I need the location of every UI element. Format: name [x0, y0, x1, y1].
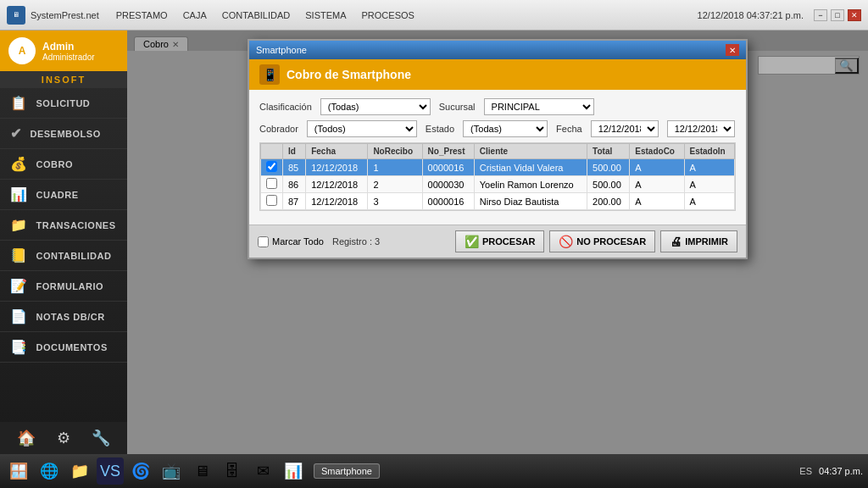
taskbar-active-item[interactable]: Smartphone — [314, 463, 380, 479]
menu-prestamo[interactable]: PRESTAMO — [116, 10, 168, 20]
bottom-taskbar: 🪟 🌐 📁 VS 🌀 📺 🖥 🗄 ✉ 📊 Smartphone ES 04:37… — [0, 454, 868, 488]
table-row[interactable]: 87 12/12/2018 3 0000016 Nirso Diaz Bauti… — [261, 193, 735, 210]
app-icon: 🖥 — [7, 6, 25, 25]
estado-select[interactable]: (Todas) — [463, 120, 548, 137]
minimize-button[interactable]: − — [814, 9, 827, 21]
sidebar-item-formulario[interactable]: 📝 FORMULARIO — [0, 271, 127, 302]
menu-caja[interactable]: CAJA — [183, 10, 207, 20]
sidebar-label-cuadre: CUADRE — [36, 190, 79, 200]
cobrador-select[interactable]: (Todos) — [307, 120, 417, 137]
sidebar-footer: 🏠 ⚙ 🔧 — [0, 422, 127, 454]
dialog-titlebar: Smartphone ✕ — [249, 41, 746, 59]
sidebar-label-transaciones: TRANSACIONES — [36, 220, 116, 230]
taskbar-mail-icon[interactable]: ✉ — [249, 458, 276, 485]
cobro-icon: 💰 — [10, 156, 28, 172]
taskbar-excel-icon[interactable]: 📊 — [280, 458, 307, 485]
transaciones-icon: 📁 — [10, 217, 28, 233]
no-procesar-label: NO PROCESAR — [576, 236, 646, 247]
cell-fecha: 12/12/2018 — [306, 193, 368, 210]
user-role: Administrador — [42, 53, 95, 62]
notas-icon: 📄 — [10, 308, 28, 324]
row-checkbox[interactable] — [266, 178, 277, 189]
cell-estadoin: A — [684, 159, 735, 176]
row-checkbox[interactable] — [266, 161, 277, 172]
cell-norecibo: 2 — [368, 176, 422, 193]
sidebar: A Admin Administrador INSOFT 📋 SOLICITUD… — [0, 30, 127, 454]
cell-total: 200.00 — [587, 193, 630, 210]
documentos-icon: 📑 — [10, 339, 28, 355]
col-id: Id — [283, 144, 306, 159]
col-fecha: Fecha — [306, 144, 368, 159]
procesar-button[interactable]: ✅ PROCESAR — [455, 230, 544, 252]
row-checkbox-cell[interactable] — [261, 193, 283, 210]
sidebar-item-transaciones[interactable]: 📁 TRANSACIONES — [0, 210, 127, 241]
settings-icon[interactable]: 🔧 — [92, 429, 110, 447]
col-estadoin: EstadoIn — [684, 144, 735, 159]
col-no_prest: No_Prest — [422, 144, 474, 159]
cobrador-label: Cobrador — [259, 124, 298, 134]
dialog-close-button[interactable]: ✕ — [726, 44, 739, 56]
taskbar-start-icon[interactable]: 🪟 — [5, 458, 32, 485]
fecha-from-select[interactable]: 12/12/2018 — [591, 120, 659, 137]
avatar: A — [8, 37, 36, 64]
sidebar-item-desembolso[interactable]: ✔ DESEMBOLSO — [0, 119, 127, 149]
menu-sistema[interactable]: SISTEMA — [305, 10, 346, 20]
imprimir-icon: 🖨 — [670, 235, 682, 248]
top-menubar: 🖥 SystemPrest.net PRESTAMO CAJA CONTABIL… — [0, 0, 868, 30]
sidebar-item-cuadre[interactable]: 📊 CUADRE — [0, 180, 127, 210]
taskbar-vs-icon[interactable]: VS — [97, 458, 124, 485]
taskbar-folder-icon[interactable]: 📁 — [66, 458, 93, 485]
solicitud-icon: 📋 — [10, 95, 28, 111]
clasificacion-select[interactable]: (Todas) — [320, 98, 431, 115]
taskbar-db-icon[interactable]: 🗄 — [219, 458, 246, 485]
procesar-label: PROCESAR — [482, 236, 535, 247]
sidebar-item-notas[interactable]: 📄 NOTAS DB/CR — [0, 302, 127, 332]
cell-cliente: Yoelin Ramon Lorenzo — [474, 176, 587, 193]
taskbar-ie-icon[interactable]: 🌐 — [36, 458, 63, 485]
taskbar-chrome-icon[interactable]: 🌀 — [127, 458, 154, 485]
form-row-1: Clasificación (Todas) Sucursal PRINCIPAL — [259, 98, 736, 115]
row-checkbox-cell[interactable] — [261, 176, 283, 193]
sidebar-label-documentos: DOCUMENTOS — [36, 342, 108, 352]
sidebar-header: A Admin Administrador — [0, 30, 127, 71]
sucursal-select[interactable]: PRINCIPAL — [484, 98, 594, 115]
table-row[interactable]: 86 12/12/2018 2 0000030 Yoelin Ramon Lor… — [261, 176, 735, 193]
marcar-todo-container: Marcar Todo — [258, 236, 324, 247]
sidebar-item-cobro[interactable]: 💰 COBRO — [0, 149, 127, 180]
col-norecibo: NoRecibo — [368, 144, 422, 159]
contabilidad-icon: 📒 — [10, 247, 28, 263]
menu-contabilidad[interactable]: CONTABILIDAD — [222, 10, 290, 20]
sidebar-label-cobro: COBRO — [36, 159, 73, 169]
dialog-overlay: Smartphone ✕ 📱 Cobro de Smartphone Clasi… — [127, 30, 868, 454]
cell-fecha: 12/12/2018 — [306, 159, 368, 176]
home-icon[interactable]: 🏠 — [17, 429, 36, 447]
maximize-button[interactable]: □ — [831, 9, 844, 21]
taskbar-clock: 04:37 p.m. — [819, 466, 863, 476]
marcar-todo-label: Marcar Todo — [272, 236, 324, 247]
col-estadoco: EstadoCo — [630, 144, 684, 159]
menu-procesos[interactable]: PROCESOS — [362, 10, 415, 20]
sun-icon[interactable]: ⚙ — [57, 429, 70, 447]
cell-cliente: Nirso Diaz Bautista — [474, 193, 587, 210]
sidebar-item-solicitud[interactable]: 📋 SOLICITUD — [0, 88, 127, 119]
imprimir-button[interactable]: 🖨 IMPRIMIR — [660, 230, 737, 252]
col-checkbox — [261, 144, 283, 159]
table-row[interactable]: 85 12/12/2018 1 0000016 Cristian Vidal V… — [261, 159, 735, 176]
taskbar-right: ES 04:37 p.m. — [799, 466, 863, 476]
user-name: Admin — [42, 41, 95, 53]
cell-norecibo: 1 — [368, 159, 422, 176]
row-checkbox[interactable] — [266, 195, 277, 206]
sidebar-item-contabilidad[interactable]: 📒 CONTABILIDAD — [0, 241, 127, 271]
dialog-body: Clasificación (Todas) Sucursal PRINCIPAL… — [249, 90, 746, 225]
sidebar-item-documentos[interactable]: 📑 DOCUMENTOS — [0, 332, 127, 363]
taskbar-tv-icon[interactable]: 📺 — [158, 458, 185, 485]
taskbar-teamviewer-icon[interactable]: 🖥 — [188, 458, 215, 485]
marcar-todo-checkbox[interactable] — [258, 236, 269, 247]
fecha-to-select[interactable]: 12/12/2018 — [667, 120, 735, 137]
row-checkbox-cell[interactable] — [261, 159, 283, 176]
close-button[interactable]: ✕ — [848, 9, 861, 21]
estado-label: Estado — [426, 124, 454, 134]
no-procesar-button[interactable]: 🚫 NO PROCESAR — [549, 230, 655, 252]
datetime-display: 12/12/2018 04:37:21 p.m. — [698, 10, 804, 20]
app-title: SystemPrest.net — [31, 10, 99, 20]
